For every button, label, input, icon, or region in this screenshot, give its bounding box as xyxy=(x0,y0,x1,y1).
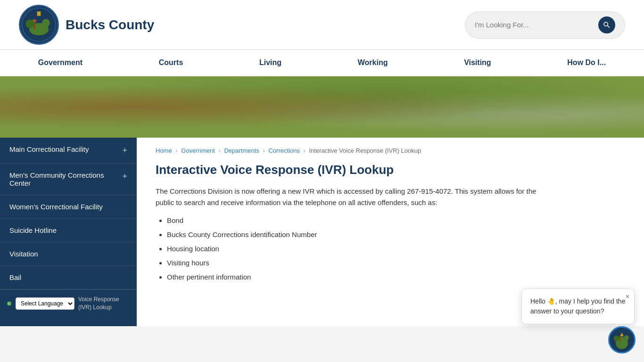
svg-rect-7 xyxy=(37,11,41,16)
sidebar-item-visitation[interactable]: Visitation xyxy=(0,242,137,266)
list-item: Housing location xyxy=(167,243,542,255)
page-title: Interactive Voice Response (IVR) Lookup xyxy=(156,163,625,177)
list-item: Bucks County Corrections identification … xyxy=(167,229,542,240)
nav-item-government[interactable]: Government xyxy=(24,50,97,75)
breadcrumb-home[interactable]: Home xyxy=(156,147,172,154)
sidebar-item-suicide-hotline[interactable]: Suicide Hotline xyxy=(0,219,137,242)
breadcrumb: Home › Government › Departments › Correc… xyxy=(156,147,625,154)
breadcrumb-government[interactable]: Government xyxy=(181,147,215,154)
nav-item-visiting[interactable]: Visiting xyxy=(450,50,505,75)
list-item: Other pertinent information xyxy=(167,272,542,283)
nav-item-working[interactable]: Working xyxy=(344,50,402,75)
intro-text: The Corrections Division is now offering… xyxy=(156,186,542,208)
chat-close-button[interactable]: × xyxy=(626,293,629,300)
sidebar-item-main-facility[interactable]: Main Correctional Facility + xyxy=(0,138,137,164)
translate-bar: G Select Language Voice Response (IVR) L… xyxy=(0,289,137,317)
sidebar-item-womens-facility[interactable]: Women's Correctional Facility xyxy=(0,195,137,219)
site-title: Bucks County xyxy=(66,17,154,33)
logo-icon xyxy=(19,5,59,45)
sidebar-item-bail[interactable]: Bail xyxy=(0,266,137,289)
svg-point-5 xyxy=(42,19,50,27)
language-select[interactable]: Select Language xyxy=(16,297,74,310)
sidebar-expand-icon-2: + xyxy=(122,172,127,181)
nav-item-courts[interactable]: Courts xyxy=(145,50,198,75)
translate-icon: G xyxy=(7,300,12,307)
hero-banner xyxy=(0,76,644,138)
breadcrumb-current: Interactive Voice Response (IVR) Lookup xyxy=(309,147,421,154)
page-body: The Corrections Division is now offering… xyxy=(156,186,542,283)
hero-image xyxy=(0,76,644,138)
breadcrumb-corrections[interactable]: Corrections xyxy=(268,147,299,154)
svg-point-4 xyxy=(25,19,34,28)
svg-text:G: G xyxy=(8,303,10,305)
nav-item-living[interactable]: Living xyxy=(245,50,296,75)
list-item: Bond xyxy=(167,215,542,226)
breadcrumb-departments[interactable]: Departments xyxy=(224,147,259,154)
sidebar-item-mens-corrections[interactable]: Men's Community Corrections Center + xyxy=(0,164,137,195)
chat-message: Hello 🤚, may I help you find the answer … xyxy=(530,297,625,315)
nav-item-howdoi[interactable]: How Do I... xyxy=(553,50,620,75)
search-button[interactable] xyxy=(598,16,615,33)
logo-area: Bucks County xyxy=(19,5,154,45)
main-nav: Government Courts Living Working Visitin… xyxy=(0,50,644,76)
info-list: Bond Bucks County Corrections identifica… xyxy=(167,215,542,283)
sidebar: Main Correctional Facility + Men's Commu… xyxy=(0,138,137,326)
site-header: Bucks County xyxy=(0,0,644,50)
search-input[interactable] xyxy=(475,21,594,29)
translate-label: Voice Response (IVR) Lookup xyxy=(78,296,130,312)
search-area xyxy=(465,11,625,39)
search-icon xyxy=(603,21,611,29)
sidebar-expand-icon: + xyxy=(122,146,127,156)
list-item: Visiting hours xyxy=(167,257,542,269)
chat-widget: × Hello 🤚, may I help you find the answe… xyxy=(521,288,635,324)
